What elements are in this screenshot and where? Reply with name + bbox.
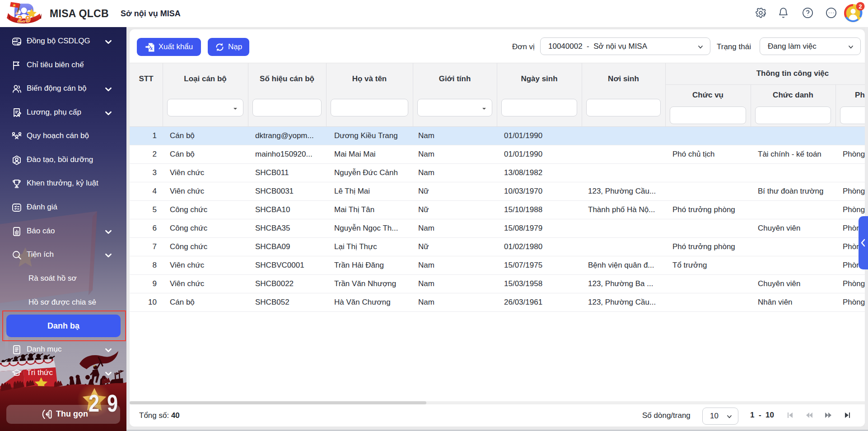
svg-text:2.9: 2.9 (17, 14, 30, 24)
svg-text:2: 2 (859, 3, 862, 10)
